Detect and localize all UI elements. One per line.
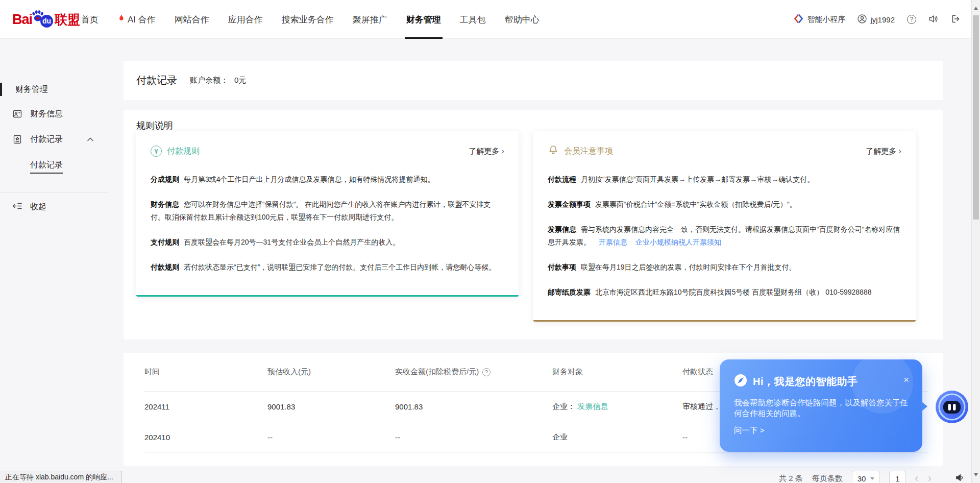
invoice-info-link[interactable]: 开票信息 xyxy=(599,238,627,246)
browser-status-bubble: 正在等待 xlab.baidu.com 的响应... xyxy=(0,471,122,483)
nav-label: 财务管理 xyxy=(406,14,441,26)
question-circle-icon[interactable]: ? xyxy=(482,368,491,376)
chevron-right-icon: › xyxy=(501,146,504,156)
rule-text: 联盟在每月19日之后签收的发票，付款时间安排在下个月首批支付。 xyxy=(581,263,796,271)
nav-label: 应用合作 xyxy=(228,14,263,26)
cell-actual: 9001.83 xyxy=(395,402,552,411)
rule-paragraph: 财务信息您可以在财务信息中选择“保留付款”。 在此期间您产生的收入将在账户内进行… xyxy=(151,198,504,224)
scrollbar[interactable] xyxy=(971,0,980,483)
logo-text-du: du xyxy=(40,15,53,28)
nav-item-juping[interactable]: 聚屏推广 xyxy=(353,0,387,39)
prev-page-button[interactable]: ‹ xyxy=(915,473,918,483)
per-page-label: 每页条数 xyxy=(812,474,843,483)
mini-program-label: 智能小程序 xyxy=(807,15,845,25)
learn-more-link-left[interactable]: 了解更多 › xyxy=(469,146,504,156)
rule-label: 财务信息 xyxy=(151,200,179,208)
page-title: 付款记录 xyxy=(136,74,177,87)
page-number: 1 xyxy=(895,474,899,483)
rules-section-title: 规则说明 xyxy=(136,119,173,132)
compass-icon xyxy=(734,374,747,389)
rules-section-card: 规则说明 ¥ 付款规则 了解更多 › 分成规则每月第3或4个工作日产出上月分成信… xyxy=(124,110,943,340)
scrollbar-thumb[interactable] xyxy=(973,15,979,220)
invoice-info-table-link[interactable]: 发票信息 xyxy=(577,402,608,410)
per-page-select[interactable]: 30 xyxy=(852,471,880,483)
sidebar-subitem-payment-record[interactable]: 付款记录 xyxy=(0,158,112,172)
finance-object-text: 企业： xyxy=(552,402,575,410)
rule-label: 支付规则 xyxy=(151,238,179,246)
nav-label: 搜索业务合作 xyxy=(282,14,334,26)
rule-paragraph: 分成规则每月第3或4个工作日产出上月分成信息及发票信息，如有特殊情况将提前通知。 xyxy=(151,173,504,186)
cell-finance-object: 企业： 发票信息 xyxy=(552,402,682,412)
ask-now-link[interactable]: 问一下 > xyxy=(734,425,908,436)
nav-item-app[interactable]: 应用合作 xyxy=(228,0,263,39)
cell-estimated: 9001.83 xyxy=(267,402,395,411)
sidebar-item-payment-record[interactable]: 付款记录 xyxy=(0,133,112,146)
yen-glyph: ¥ xyxy=(154,148,158,155)
user-account[interactable]: jyj1992 xyxy=(857,14,895,25)
cell-actual: -- xyxy=(395,433,552,442)
rule-label: 付款规则 xyxy=(151,263,179,271)
nav-item-home[interactable]: 首页 xyxy=(81,0,99,39)
close-icon[interactable]: × xyxy=(903,375,909,384)
col-header-estimated: 预估收入(元) xyxy=(267,367,395,377)
small-taxpayer-notice-link[interactable]: 企业小规模纳税人开票须知 xyxy=(635,238,721,246)
member-notes-title: 会员注意事项 xyxy=(564,146,613,157)
col-header-actual-label: 实收金额(扣除税费后/元) xyxy=(395,367,479,377)
corner-sound-icon[interactable] xyxy=(955,473,965,483)
chevron-up-icon[interactable] xyxy=(87,135,94,144)
help-icon[interactable]: ? xyxy=(907,15,916,24)
rule-paragraph: 发票金额事项发票票面“价税合计”金额=系统中“实收金额（扣除税费后/元）”。 xyxy=(548,198,901,211)
rule-text: 发票票面“价税合计”金额=系统中“实收金额（扣除税费后/元）”。 xyxy=(595,200,797,208)
finance-object-text: 企业 xyxy=(552,432,568,441)
member-notes-header: 会员注意事项 了解更多 › xyxy=(548,144,901,158)
rule-label: 发票信息 xyxy=(548,225,576,233)
nav-item-website[interactable]: 网站合作 xyxy=(175,0,209,39)
col-header-actual: 实收金额(扣除税费后/元) ? xyxy=(395,367,552,377)
cell-finance-object: 企业 xyxy=(552,432,682,442)
logout-icon[interactable] xyxy=(951,14,961,25)
learn-more-link-right[interactable]: 了解更多 › xyxy=(866,146,901,156)
assistant-message: 我会帮助您诊断合作链路问题，以及解答您关于任何合作相关的问题。 xyxy=(734,397,912,419)
scrollbar-up-arrow[interactable] xyxy=(974,5,978,10)
user-icon xyxy=(857,14,867,25)
rule-label: 付款事项 xyxy=(548,263,576,271)
payment-rules-card: ¥ 付款规则 了解更多 › 分成规则每月第3或4个工作日产出上月分成信息及发票信… xyxy=(136,131,519,297)
status-text: 正在等待 xlab.baidu.com 的响应... xyxy=(5,473,113,481)
assistant-robot-avatar[interactable] xyxy=(935,390,969,426)
rule-paragraph: 邮寄纸质发票北京市海淀区西北旺东路10号院百度科技园5号楼 百度联盟财务组（收）… xyxy=(548,286,901,299)
learn-more-label: 了解更多 xyxy=(866,147,896,156)
baidu-union-logo[interactable]: Bai du 联盟 xyxy=(12,0,80,39)
rule-text: 月初按“发票信息”页面开具发票→上传发票→邮寄发票→审核→确认支付。 xyxy=(581,175,814,183)
payment-rules-header: ¥ 付款规则 了解更多 › xyxy=(151,144,504,158)
assistant-title: Hi，我是您的智能助手 xyxy=(753,375,858,389)
nav-item-toolkit[interactable]: 工具包 xyxy=(460,0,486,39)
sidebar-item-label: 付款记录 xyxy=(30,134,63,145)
payment-rules-title: 付款规则 xyxy=(167,146,200,157)
next-page-button[interactable]: › xyxy=(928,473,932,483)
sound-icon[interactable] xyxy=(928,14,939,25)
sidebar-item-finance-info[interactable]: 财务信息 xyxy=(0,107,112,120)
rule-text: 每月第3或4个工作日产出上月分成信息及发票信息，如有特殊情况将提前通知。 xyxy=(184,175,435,183)
page-number-button[interactable]: 1 xyxy=(889,471,905,483)
scrollbar-down-arrow[interactable] xyxy=(974,473,978,478)
sidebar-collapse-button[interactable]: 收起 xyxy=(0,200,112,213)
nav-item-help[interactable]: 帮助中心 xyxy=(505,0,540,39)
balance-value: 0元 xyxy=(234,76,246,85)
sidebar-section-finance[interactable]: 财务管理 xyxy=(15,83,48,96)
rule-label: 邮寄纸质发票 xyxy=(548,288,591,296)
chevron-right-icon: › xyxy=(898,146,901,156)
nav-item-ai[interactable]: AI 合作 xyxy=(117,0,156,39)
sidebar-section-label: 财务管理 xyxy=(15,84,48,95)
logo-text-bai: Bai xyxy=(12,12,32,28)
nav-label: 工具包 xyxy=(460,14,486,26)
nav-item-finance[interactable]: 财务管理 xyxy=(406,0,441,39)
nav-item-search-biz[interactable]: 搜索业务合作 xyxy=(282,0,334,39)
popup-tail xyxy=(921,401,927,412)
rule-label: 发票金额事项 xyxy=(548,200,591,208)
mini-program-diamond-icon xyxy=(794,14,803,25)
rule-label: 分成规则 xyxy=(151,175,179,183)
mini-program-entry[interactable]: 智能小程序 xyxy=(794,14,845,25)
collapse-icon xyxy=(12,202,22,212)
payment-record-icon xyxy=(12,134,22,144)
rule-paragraph: 付款事项联盟在每月19日之后签收的发票，付款时间安排在下个月首批支付。 xyxy=(548,261,901,274)
